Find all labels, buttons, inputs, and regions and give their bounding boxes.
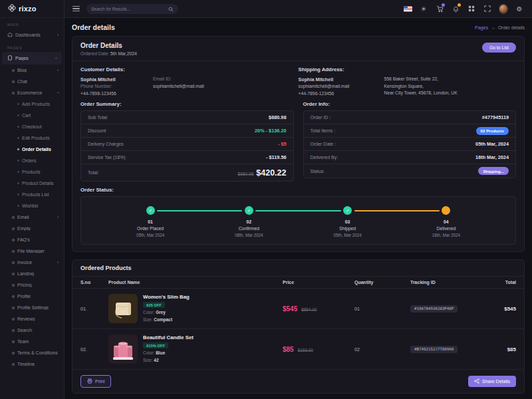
app-window: rixzo MAIN Dashboards › PAGES Pages › Bl… [0,0,532,399]
timeline-connector [157,210,242,211]
sidebar-item-timeline[interactable]: Timeline [0,358,64,370]
sidebar-item-team[interactable]: Team [0,336,64,347]
search-box [86,4,178,14]
customer-phone: +44-7898-123456 [80,90,144,98]
order-summary-heading: Order Summary: [80,101,294,107]
breadcrumb-pages-link[interactable]: Pages [475,25,488,30]
sidebar-item-chat[interactable]: Chat [0,76,64,87]
products-card-footer: Print Share Details [72,370,524,393]
sidebar-item-profile[interactable]: Profile [0,291,64,302]
sidebar-item-checkout[interactable]: Checkout [0,121,64,132]
brand-logo[interactable]: rixzo [0,0,64,18]
customer-shipping-section: Customer Details: Sophia Mitchell Phone … [72,61,524,100]
shipping-phone: +44-7896-123456 [299,90,375,98]
chevron-right-icon: › [57,215,59,219]
check-circle-icon: ✓ [245,206,253,215]
customer-email-label: Email ID: [153,76,299,83]
discount-badge: 615% OFF [143,342,168,348]
product-total: $545 [489,306,516,312]
sidebar-item-pricing[interactable]: Pricing [0,279,64,291]
delivered-by-value: 16th Mar, 2024 [475,154,509,160]
bullet-icon [17,205,19,207]
bullet-icon [12,69,15,72]
sidebar-section-main: MAIN [0,18,64,29]
bullet-icon [17,126,19,128]
sidebar-item-products[interactable]: Products [0,166,64,178]
delivery-charges-value: - $5 [278,141,287,147]
sidebar-item-faqs[interactable]: FAQ's [0,234,64,245]
bullet-icon [12,352,15,354]
menu-toggle-icon[interactable] [72,6,80,11]
order-info-table: Order ID : #477945119 Total Items : 02 P… [303,110,517,178]
shipping-address-line2: Kensington Square, [384,83,517,90]
summary-row-subtotal: Sub Total $680.98 [81,111,293,124]
bullet-icon [12,216,15,219]
sidebar-item-products-list[interactable]: Products List [0,189,64,200]
bullet-icon [12,239,15,241]
bullet-icon [17,194,19,196]
discount-badge: 62$ OFF [143,302,165,308]
sidebar-item-landing[interactable]: Landing [0,268,64,279]
ordered-date: Ordered Date:5th Mar,2024 [80,51,516,56]
home-icon [7,32,13,38]
product-name-link[interactable]: Women's Slim Bag [143,294,190,300]
summary-info-section: Order Summary: Sub Total $680.98 Discoun… [72,100,524,186]
sidebar-item-wishlist[interactable]: Wishlist [0,200,64,211]
customer-phone-label: Phone Number: [80,83,144,90]
go-to-list-button[interactable]: Go to List [482,43,516,53]
sidebar-item-invoice[interactable]: Invoice › [0,257,64,268]
share-details-button[interactable]: Share Details [468,376,516,387]
product-name-link[interactable]: Beautiful Candle Set [143,334,194,340]
order-id-value: #477945119 [482,114,509,120]
sidebar-item-blog[interactable]: Blog › [0,65,64,76]
sidebar-item-orders[interactable]: Orders [0,155,64,166]
sidebar-item-profile-settings[interactable]: Profile Settings [0,302,64,313]
sidebar-item-add-products[interactable]: Add Products [0,98,64,110]
print-button[interactable]: Print [80,375,111,388]
tracking-id-badge: #B7492152J7TD8968 [410,346,458,353]
bullet-icon [12,250,15,253]
sidebar-item-search[interactable]: Search [0,325,64,336]
search-icon[interactable] [168,3,174,15]
sidebar-item-pages[interactable]: Pages › [2,52,62,65]
notifications-bell-icon[interactable] [451,4,460,13]
sidebar-item-ecommerce[interactable]: Ecommerce › [0,87,64,98]
sidebar-item-product-details[interactable]: Product Details [0,178,64,189]
bullet-icon [12,92,15,94]
chevron-right-icon: › [57,68,59,72]
product-color: Color: Blue [143,350,194,356]
product-sn: 02. [80,347,108,352]
timeline-step-delivered: 04 Delivered 16th, Mar 2024 [397,206,495,237]
apps-grid-icon[interactable] [467,4,476,13]
sidebar-item-order-details[interactable]: Order Details [0,144,64,155]
breadcrumb: Pages → Order details [475,25,525,30]
settings-gear-icon[interactable]: ⚙ [515,4,524,13]
product-quantity: 01 [354,307,410,311]
sidebar-item-reviews[interactable]: Reviews [0,313,64,325]
search-input[interactable] [91,7,166,11]
product-row: 02. Beautiful [72,329,524,370]
sidebar-item-dashboards[interactable]: Dashboards › [0,29,64,41]
summary-row-delivery: Delivery Charges - $5 [81,138,293,151]
fullscreen-icon[interactable] [483,4,492,13]
customer-name: Sophia Mitchell [80,76,144,83]
sidebar-item-cart[interactable]: Cart [0,110,64,121]
user-avatar[interactable] [499,4,508,13]
order-info-block: Order Info: Order ID : #477945119 Total … [303,101,517,182]
sidebar-item-email[interactable]: Email › [0,211,64,223]
cart-icon[interactable] [435,4,444,13]
theme-toggle-sun-icon[interactable]: ☀ [419,4,428,13]
sidebar-item-terms[interactable]: Terms & Conditions [0,347,64,358]
breadcrumb-current: Order details [498,25,525,30]
sidebar: rixzo MAIN Dashboards › PAGES Pages › Bl… [0,0,65,399]
sidebar-item-edit-products[interactable]: Edit Products [0,132,64,144]
timeline-connector [255,210,340,211]
language-flag-icon[interactable] [403,4,412,13]
sidebar-item-empty[interactable]: Empty [0,223,64,234]
product-price: $85 $193.00 [283,346,354,353]
info-row-total-items: Total Items : 02 Products [304,124,516,138]
bullet-icon [12,273,15,275]
sidebar-item-file-manager[interactable]: File Manager [0,245,64,257]
bullet-icon [12,318,15,321]
bullet-icon [17,114,19,116]
